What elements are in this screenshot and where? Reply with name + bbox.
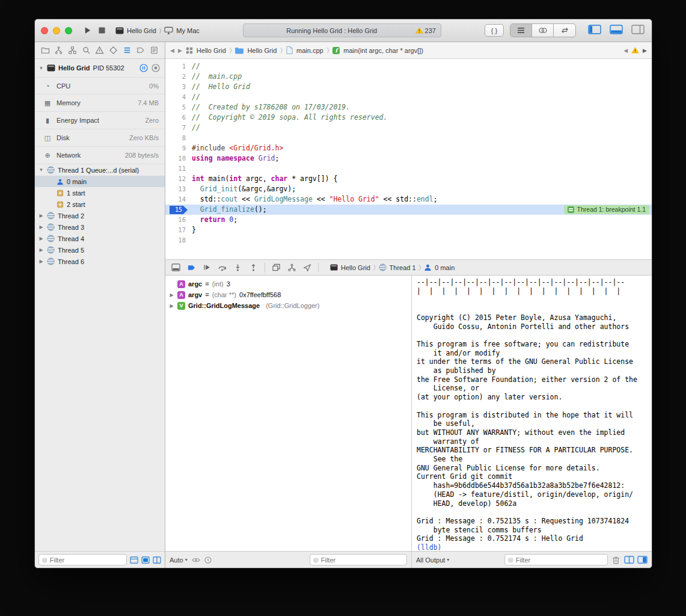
- disclosure-triangle[interactable]: ▼: [38, 167, 44, 173]
- navigator-filter-input[interactable]: [50, 556, 123, 564]
- view-mode-threads-button[interactable]: [130, 556, 138, 564]
- console-output-popup[interactable]: All Output ▾: [416, 556, 449, 564]
- step-into-button[interactable]: [233, 263, 242, 271]
- toggle-navigator-button[interactable]: [588, 25, 601, 37]
- quicklook-button[interactable]: [204, 556, 212, 564]
- variables-scope-popup[interactable]: Auto ▾: [170, 556, 188, 564]
- code-line-text[interactable]: }: [192, 225, 196, 235]
- scheme-selector[interactable]: Hello Grid 〉 My Mac: [115, 26, 200, 35]
- code-line-text[interactable]: // main.cpp: [192, 72, 242, 82]
- code-line-text[interactable]: std::cout << GridLogMessage << "Hello Gr…: [192, 194, 438, 205]
- toggle-inspector-button[interactable]: [631, 25, 645, 37]
- navigator-filter-field[interactable]: ◎: [38, 554, 127, 565]
- code-line-text[interactable]: //: [192, 92, 200, 102]
- thread-row[interactable]: ▶Thread 6: [35, 256, 165, 267]
- warning-icon[interactable]: [631, 47, 639, 54]
- disclosure-triangle[interactable]: ▶: [38, 259, 44, 264]
- variable-row[interactable]: ▶VGrid::GridLogMessage(Grid::GridLogger): [169, 300, 408, 311]
- disclosure-triangle[interactable]: ▶: [169, 303, 174, 309]
- minimize-window-button[interactable]: [53, 27, 60, 34]
- next-issue-button[interactable]: ▶: [643, 48, 647, 54]
- line-number-gutter[interactable]: 7: [165, 123, 192, 133]
- tab-debug-navigator[interactable]: [123, 46, 132, 55]
- tab-project-navigator[interactable]: [41, 46, 50, 55]
- line-number-gutter[interactable]: 17: [165, 225, 192, 235]
- pause-process-button[interactable]: [139, 64, 148, 72]
- continue-button[interactable]: [203, 263, 211, 271]
- dock-console-left-button[interactable]: [624, 556, 634, 564]
- disclosure-triangle[interactable]: ▶: [38, 247, 44, 253]
- line-number-gutter[interactable]: 5: [165, 102, 192, 112]
- step-over-button[interactable]: [218, 263, 227, 271]
- thread-row[interactable]: ▶Thread 3: [35, 221, 165, 233]
- line-number-gutter[interactable]: 13: [165, 184, 192, 194]
- code-line-text[interactable]: //: [192, 61, 200, 72]
- line-number-gutter[interactable]: 6: [165, 112, 192, 123]
- disclosure-triangle[interactable]: ▶: [38, 236, 44, 241]
- line-number-gutter[interactable]: 3: [165, 82, 192, 92]
- variable-row[interactable]: Aargc=(int)3: [169, 279, 408, 289]
- clear-console-button[interactable]: [612, 556, 620, 564]
- tab-report-navigator[interactable]: [150, 46, 159, 55]
- code-line-text[interactable]: Grid_finalize();: [192, 205, 267, 215]
- standard-editor-button[interactable]: [510, 24, 532, 37]
- back-button[interactable]: ◀: [170, 48, 174, 54]
- tab-issue-navigator[interactable]: [95, 46, 104, 55]
- code-line-text[interactable]: int main(int argc, char * argv[]) {: [192, 174, 337, 184]
- gauge-row-cpu[interactable]: ◔CPU0%: [35, 77, 165, 94]
- gauge-row-energy-impact[interactable]: ▮Energy ImpactZero: [35, 112, 165, 129]
- line-number-gutter[interactable]: 12: [165, 174, 192, 184]
- variable-row[interactable]: ▶Aargv=(char **)0x7ffeefbff568: [169, 289, 408, 300]
- code-line-text[interactable]: #include <Grid/Grid.h>: [192, 143, 283, 153]
- stack-frame-row[interactable]: 0 main: [35, 176, 165, 187]
- tab-breakpoint-navigator[interactable]: [136, 46, 145, 55]
- tab-find-navigator[interactable]: [82, 46, 91, 55]
- thread-row[interactable]: ▼Thread 1 Queue:...d (serial): [35, 164, 165, 176]
- dock-console-right-button[interactable]: [637, 556, 648, 564]
- line-number-gutter[interactable]: 1: [165, 61, 192, 72]
- disclosure-triangle[interactable]: ▶: [38, 213, 44, 218]
- show-variables-options-button[interactable]: [192, 557, 200, 563]
- variables-filter-input[interactable]: [321, 556, 403, 564]
- console-output[interactable]: --|--|--|--|--|--|--|--|--|--|--|--|--|-…: [412, 276, 652, 551]
- stop-button[interactable]: [98, 26, 106, 34]
- code-line-text[interactable]: // Created by s1786208 on 17/03/2019.: [192, 102, 350, 112]
- breakpoint-hit-badge[interactable]: Thread 1: breakpoint 1.1: [564, 205, 649, 214]
- step-out-button[interactable]: [249, 263, 258, 271]
- code-line-text[interactable]: //: [192, 123, 200, 133]
- tab-symbol-navigator[interactable]: [68, 46, 77, 55]
- code-line-text[interactable]: Grid_init(&argc,&argv);: [192, 184, 296, 194]
- jump-bar-item-group[interactable]: Hello Grid: [247, 47, 277, 54]
- line-number-gutter[interactable]: 9: [165, 143, 192, 153]
- line-number-gutter[interactable]: 15: [165, 205, 192, 215]
- breadcrumb-process[interactable]: Hello Grid: [341, 264, 370, 271]
- line-number-gutter[interactable]: 10: [165, 153, 192, 164]
- line-number-gutter[interactable]: 14: [165, 194, 192, 205]
- memory-graph-button[interactable]: [287, 263, 296, 271]
- code-line-text[interactable]: using namespace Grid;: [192, 153, 279, 164]
- breadcrumb-frame[interactable]: 0 main: [435, 264, 455, 271]
- thread-row[interactable]: ▶Thread 4: [35, 233, 165, 244]
- source-editor[interactable]: 1 // 2 // main.cpp 3 // Hello Grid 4 //: [165, 59, 652, 259]
- line-number-gutter[interactable]: 4: [165, 92, 192, 102]
- assistant-editor-button[interactable]: [532, 24, 554, 37]
- tab-source-control[interactable]: [54, 46, 63, 55]
- thread-row[interactable]: ▶Thread 5: [35, 244, 165, 256]
- view-mode-queues-button[interactable]: [141, 556, 150, 564]
- process-row[interactable]: ▼ Hello Grid PID 55302: [35, 59, 165, 77]
- jump-bar-item-symbol[interactable]: main(int argc, char * argv[]): [343, 47, 423, 54]
- forward-button[interactable]: ▶: [178, 48, 182, 54]
- warning-count-button[interactable]: 237: [415, 27, 436, 34]
- previous-issue-button[interactable]: ◀: [623, 48, 628, 54]
- zoom-window-button[interactable]: [65, 27, 72, 34]
- code-review-button[interactable]: { }: [485, 24, 504, 37]
- console-filter-input[interactable]: [516, 556, 604, 564]
- disclosure-triangle[interactable]: ▼: [38, 66, 44, 71]
- breakpoint-marker[interactable]: 15: [170, 206, 188, 214]
- stack-frame-row[interactable]: 1 start: [35, 187, 165, 199]
- thread-row[interactable]: ▶Thread 2: [35, 210, 165, 221]
- line-number-gutter[interactable]: 18: [165, 235, 192, 245]
- related-items-icon[interactable]: [186, 47, 193, 54]
- close-window-button[interactable]: [41, 27, 48, 34]
- gauge-row-network[interactable]: ⊕Network208 bytes/s: [35, 147, 165, 164]
